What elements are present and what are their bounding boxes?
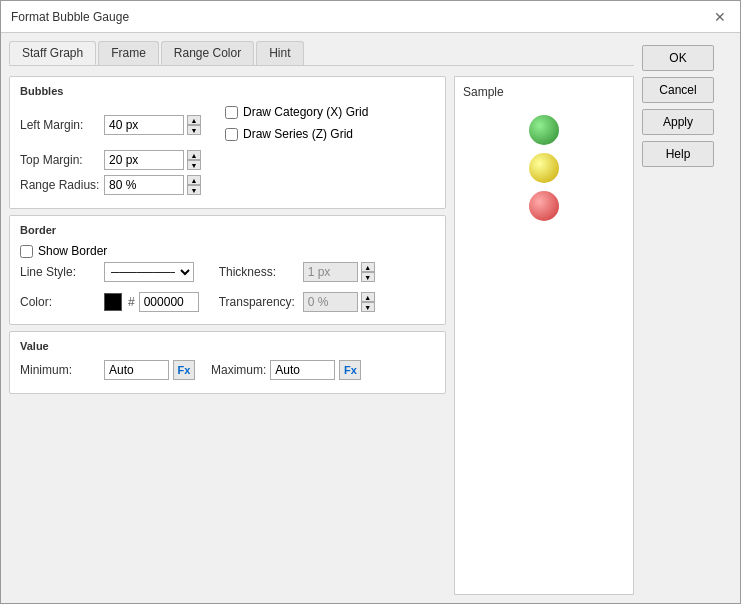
- buttons-column: OK Cancel Apply Help: [642, 41, 732, 167]
- title-bar: Format Bubble Gauge ✕: [1, 1, 740, 33]
- ok-button[interactable]: OK: [642, 45, 714, 71]
- left-margin-input[interactable]: [104, 115, 184, 135]
- cancel-button[interactable]: Cancel: [642, 77, 714, 103]
- thickness-spinner: ▲ ▼: [361, 262, 375, 282]
- transparency-row: Transparency: ▲ ▼: [219, 292, 375, 312]
- color-label: Color:: [20, 295, 100, 309]
- maximum-fx-button[interactable]: Fx: [339, 360, 361, 380]
- line-style-label: Line Style:: [20, 265, 100, 279]
- draw-series-checkbox[interactable]: [225, 128, 238, 141]
- sample-bubbles: [529, 107, 559, 221]
- tab-hint[interactable]: Hint: [256, 41, 303, 65]
- range-radius-row: Range Radius: ▲ ▼: [20, 175, 435, 195]
- color-input[interactable]: [139, 292, 199, 312]
- close-button[interactable]: ✕: [710, 8, 730, 26]
- tab-bar: Staff Graph Frame Range Color Hint: [9, 41, 634, 66]
- help-button[interactable]: Help: [642, 141, 714, 167]
- transparency-spinner: ▲ ▼: [361, 292, 375, 312]
- line-style-row: Line Style: ────────: [20, 262, 199, 282]
- thickness-up[interactable]: ▲: [361, 262, 375, 272]
- sample-title: Sample: [463, 85, 504, 99]
- draw-series-label: Draw Series (Z) Grid: [243, 127, 353, 141]
- line-style-select[interactable]: ────────: [104, 262, 194, 282]
- sample-panel: Sample: [454, 76, 634, 595]
- maximum-label: Maximum:: [211, 363, 266, 377]
- color-row: Color: #: [20, 292, 199, 312]
- border-section: Border Show Border Line Style:: [9, 215, 446, 325]
- draw-series-row: Draw Series (Z) Grid: [225, 127, 368, 141]
- top-margin-spinner: ▲ ▼: [187, 150, 201, 170]
- left-margin-row: Left Margin: ▲ ▼ Draw Category (X) Grid: [20, 105, 435, 145]
- transparency-down[interactable]: ▼: [361, 302, 375, 312]
- top-margin-up[interactable]: ▲: [187, 150, 201, 160]
- tab-range-color[interactable]: Range Color: [161, 41, 254, 65]
- draw-category-label: Draw Category (X) Grid: [243, 105, 368, 119]
- transparency-input: [303, 292, 358, 312]
- bubbles-section-title: Bubbles: [20, 85, 435, 97]
- transparency-up[interactable]: ▲: [361, 292, 375, 302]
- sample-bubble-red: [529, 191, 559, 221]
- dialog-body: Staff Graph Frame Range Color Hint Bubbl…: [1, 33, 740, 603]
- color-swatch[interactable]: [104, 293, 122, 311]
- minimum-input[interactable]: [104, 360, 169, 380]
- range-radius-label: Range Radius:: [20, 178, 100, 192]
- range-radius-spinner: ▲ ▼: [187, 175, 201, 195]
- border-section-title: Border: [20, 224, 435, 236]
- value-section: Value Minimum: Fx Maximum: Fx: [9, 331, 446, 394]
- main-content: Staff Graph Frame Range Color Hint Bubbl…: [9, 41, 634, 595]
- show-border-checkbox[interactable]: [20, 245, 33, 258]
- top-margin-input[interactable]: [104, 150, 184, 170]
- thickness-input: [303, 262, 358, 282]
- value-row: Minimum: Fx Maximum: Fx: [20, 360, 435, 380]
- show-border-label: Show Border: [38, 244, 107, 258]
- range-radius-up[interactable]: ▲: [187, 175, 201, 185]
- sample-bubble-green: [529, 115, 559, 145]
- show-border-row: Show Border: [20, 244, 435, 258]
- range-radius-input[interactable]: [104, 175, 184, 195]
- left-margin-label: Left Margin:: [20, 118, 100, 132]
- apply-button[interactable]: Apply: [642, 109, 714, 135]
- tab-staff-graph[interactable]: Staff Graph: [9, 41, 96, 65]
- thickness-row: Thickness: ▲ ▼: [219, 262, 375, 282]
- left-margin-spinner: ▲ ▼: [187, 115, 201, 135]
- draw-category-checkbox[interactable]: [225, 106, 238, 119]
- thickness-down[interactable]: ▼: [361, 272, 375, 282]
- thickness-label: Thickness:: [219, 265, 299, 279]
- tab-frame[interactable]: Frame: [98, 41, 159, 65]
- dialog-title: Format Bubble Gauge: [11, 10, 129, 24]
- action-buttons-panel: OK Cancel Apply Help: [642, 41, 732, 595]
- minimum-fx-button[interactable]: Fx: [173, 360, 195, 380]
- format-bubble-gauge-dialog: Format Bubble Gauge ✕ Staff Graph Frame …: [0, 0, 741, 604]
- sample-bubble-yellow: [529, 153, 559, 183]
- range-radius-down[interactable]: ▼: [187, 185, 201, 195]
- left-margin-up[interactable]: ▲: [187, 115, 201, 125]
- draw-category-row: Draw Category (X) Grid: [225, 105, 368, 119]
- minimum-label: Minimum:: [20, 363, 100, 377]
- bubbles-section: Bubbles Left Margin: ▲ ▼: [9, 76, 446, 209]
- maximum-input[interactable]: [270, 360, 335, 380]
- transparency-label: Transparency:: [219, 295, 299, 309]
- left-margin-down[interactable]: ▼: [187, 125, 201, 135]
- top-margin-row: Top Margin: ▲ ▼: [20, 150, 435, 170]
- top-margin-label: Top Margin:: [20, 153, 100, 167]
- value-section-title: Value: [20, 340, 435, 352]
- top-margin-down[interactable]: ▼: [187, 160, 201, 170]
- color-hash: #: [128, 295, 135, 309]
